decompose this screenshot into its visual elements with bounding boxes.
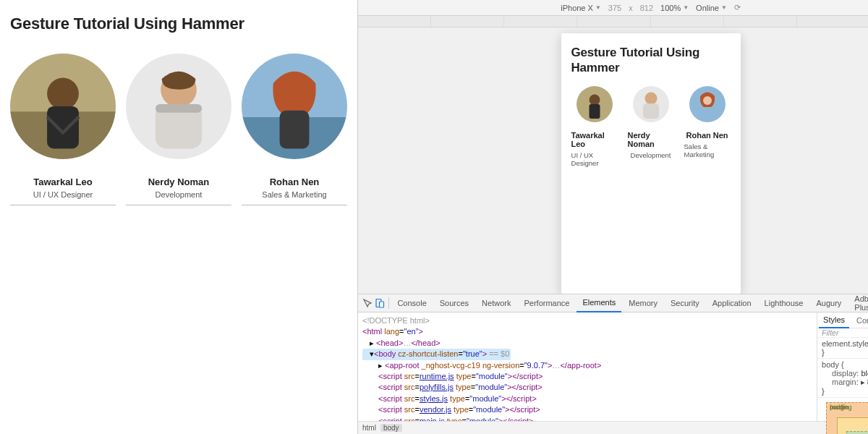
device-width[interactable]: 375 [608,4,621,12]
styles-tabs: Styles Computed Event Listeners » [817,312,868,328]
tab-network[interactable]: Network [476,299,516,307]
styles-pane: Styles Computed Event Listeners » Filter… [817,312,868,421]
person-role: UI / UX Designer [33,190,93,199]
person-card[interactable]: Tawarkal Leo UI / UX Designer [571,86,618,167]
devtools-toolbar: Console Sources Network Performance Elem… [358,294,868,312]
tab-console[interactable]: Console [391,299,432,307]
network-select[interactable]: Online▼ [696,4,727,12]
svg-rect-11 [280,111,310,149]
tab-augury[interactable]: Augury [810,299,847,307]
device-toggle-icon[interactable] [375,297,386,310]
svg-rect-7 [156,104,202,113]
person-name: Rohan Nen [270,176,320,187]
tab-memory[interactable]: Memory [623,299,663,307]
person-name: Tawarkal Leo [571,131,618,148]
svg-rect-14 [589,104,600,119]
app-desktop-viewport: Gesture Tutorial Using Hammer Tawarkal L… [0,0,358,434]
avatar [689,86,726,122]
avatar [633,86,669,122]
box-model[interactable]: margin 8 border - padding - 359 × 259.87… [822,402,868,434]
rotate-icon[interactable]: ⟳ [734,3,741,12]
person-card[interactable]: Rohan Nen Sales & Marketing [242,54,347,205]
device-toolbar: iPhone X▼ 375 x 812 100%▼ Online▼ ⟳ [358,0,868,16]
person-role: UI / UX Designer [571,151,618,167]
svg-rect-17 [643,103,659,119]
device-viewport[interactable]: Gesture Tutorial Using Hammer Tawarkal L… [358,27,868,294]
tab-lighthouse[interactable]: Lighthouse [759,299,809,307]
svg-point-13 [589,94,600,105]
person-card[interactable]: Rohan Nen Sales & Marketing [684,86,731,167]
people-cards: Tawarkal Leo UI / UX Designer Nerdy Noma… [10,54,347,205]
tab-elements[interactable]: Elements [576,294,621,312]
emulated-device-frame: Gesture Tutorial Using Hammer Tawarkal L… [561,33,741,294]
dom-tree[interactable]: <!DOCTYPE html> <html lang="en"> ▸ <head… [358,312,817,421]
svg-point-16 [644,92,657,104]
tab-adblock[interactable]: Adblock Plus [848,294,868,312]
device-height[interactable]: 812 [640,4,653,12]
avatar [126,54,231,159]
style-rule[interactable]: user agent styleshee body { display: blo… [817,359,868,398]
person-name: Nerdy Noman [628,131,674,148]
person-role: Development [156,190,203,199]
person-card[interactable]: Tawarkal Leo UI / UX Designer [10,54,116,205]
person-card[interactable]: Nerdy Noman Development [628,86,674,167]
page-title: Gesture Tutorial Using Hammer [571,45,731,76]
person-name: Nerdy Noman [148,176,210,187]
avatar [576,86,613,122]
svg-point-2 [47,78,79,110]
styles-tab-computed[interactable]: Computed [852,316,868,325]
selected-dom-node[interactable]: ▾<body cz-shortcut-listen="true"> == $0 [362,349,511,359]
person-role: Development [631,151,671,159]
tab-security[interactable]: Security [665,299,705,307]
chevron-down-icon: ▼ [721,4,727,11]
person-role: Sales & Marketing [262,190,326,199]
inspect-icon[interactable] [362,297,373,310]
person-card[interactable]: Nerdy Noman Development [126,54,231,205]
zoom-select[interactable]: 100%▼ [660,4,689,12]
person-name: Rohan Nen [686,131,728,140]
tab-application[interactable]: Application [707,299,757,307]
person-name: Tawarkal Leo [33,176,92,187]
device-ruler [358,16,868,27]
styles-tab-styles[interactable]: Styles [819,312,849,328]
chevron-down-icon: ▼ [683,4,689,11]
svg-rect-21 [380,302,384,307]
people-cards: Tawarkal Leo UI / UX Designer Nerdy Noma… [571,86,731,167]
tab-sources[interactable]: Sources [434,299,475,307]
avatar [242,54,347,159]
page-title: Gesture Tutorial Using Hammer [10,14,347,33]
chevron-down-icon: ▼ [595,4,601,11]
tab-performance[interactable]: Performance [518,299,575,307]
svg-rect-3 [47,106,79,148]
devtools-body: <!DOCTYPE html> <html lang="en"> ▸ <head… [358,312,868,421]
dom-breadcrumb[interactable]: html body [358,421,868,434]
svg-point-19 [703,96,712,105]
person-role: Sales & Marketing [684,142,731,158]
devtools-pane: iPhone X▼ 375 x 812 100%▼ Online▼ ⟳ Gest… [358,0,868,434]
device-select[interactable]: iPhone X▼ [561,4,601,12]
styles-filter-input[interactable]: Filter [822,328,838,337]
style-rule[interactable]: element.style { } [817,338,868,359]
avatar [10,54,116,159]
